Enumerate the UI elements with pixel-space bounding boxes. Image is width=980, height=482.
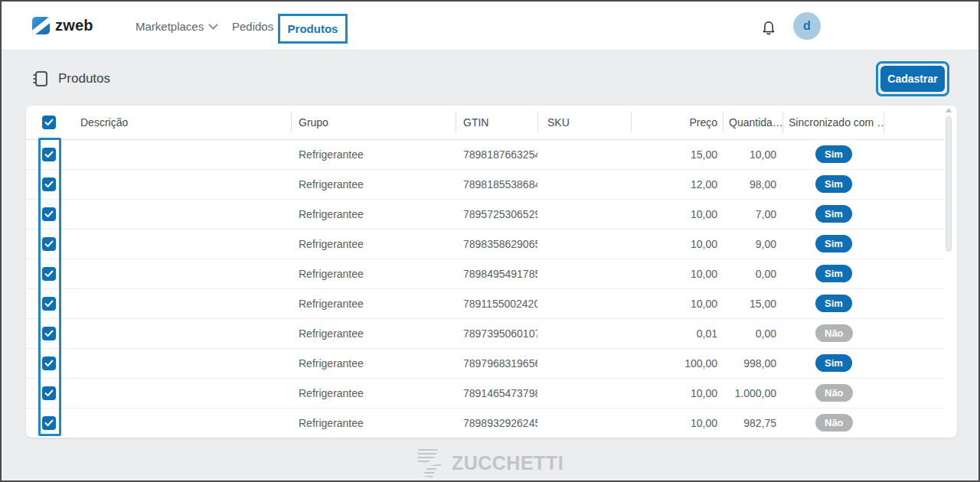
cell-sku <box>537 259 631 288</box>
cell-descricao <box>61 318 291 348</box>
catalog-icon <box>32 70 49 88</box>
cell-actions <box>884 348 945 378</box>
cell-preco: 10,00 <box>631 288 723 318</box>
row-checkbox[interactable] <box>42 327 56 340</box>
column-header-quantidade[interactable]: Quantida… <box>723 106 782 139</box>
scrollbar-up-arrow[interactable] <box>946 108 952 112</box>
nav-item-produtos[interactable]: Produtos <box>278 14 348 44</box>
cell-descricao <box>61 169 291 199</box>
cadastrar-button[interactable]: Cadastrar <box>880 66 945 92</box>
cell-descricao <box>61 348 291 378</box>
cell-actions <box>884 139 945 169</box>
column-header-grupo[interactable]: Grupo <box>291 106 456 139</box>
row-checkbox[interactable] <box>42 267 56 281</box>
cell-gtin: 7898358629065 <box>456 229 537 259</box>
cell-grupo: Refrigerantee <box>291 408 456 438</box>
row-checkbox[interactable] <box>42 148 56 161</box>
status-badge: Sim <box>815 265 852 282</box>
avatar-initial: d <box>803 19 811 33</box>
cell-gtin: 7897395060107 <box>456 318 537 348</box>
nav-item-produtos-label: Produtos <box>288 22 338 35</box>
table-row[interactable]: Refrigerantee 7898358629065 10,00 9,00 S… <box>26 229 945 259</box>
cell-sincronizado: Não <box>782 378 884 408</box>
status-badge: Sim <box>815 354 852 372</box>
table-row[interactable]: Refrigerantee 7898187663254 15,00 10,00 … <box>26 139 945 169</box>
table-row[interactable]: Refrigerantee 7897395060107 0,01 0,00 Nã… <box>26 318 945 348</box>
chevron-down-icon <box>208 20 218 30</box>
column-header-sincronizado[interactable]: Sincronizado com … <box>782 106 884 139</box>
cell-actions <box>884 408 945 438</box>
row-checkbox[interactable] <box>42 237 56 251</box>
cell-preco: 0,01 <box>631 318 723 348</box>
cell-grupo: Refrigerantee <box>291 259 456 288</box>
cell-preco: 10,00 <box>631 229 723 259</box>
cell-sku <box>537 348 631 378</box>
cell-quantidade: 98,00 <box>723 169 782 199</box>
row-checkbox[interactable] <box>42 177 56 191</box>
cell-sku <box>537 408 631 438</box>
row-checkbox[interactable] <box>42 207 56 221</box>
select-all-checkbox[interactable] <box>42 116 56 129</box>
cell-sku <box>537 378 631 408</box>
cell-preco: 15,00 <box>631 139 723 169</box>
cell-actions <box>884 259 945 288</box>
cell-descricao <box>61 288 291 318</box>
cell-actions <box>884 288 945 318</box>
avatar[interactable]: d <box>793 12 821 40</box>
cell-quantidade: 998,00 <box>723 348 782 378</box>
cell-gtin: 7897968319656 <box>456 348 537 378</box>
cell-gtin: 7891155002420 <box>456 288 537 318</box>
column-header-gtin[interactable]: GTIN <box>456 106 537 139</box>
cell-quantidade: 982,75 <box>723 408 782 438</box>
status-badge: Não <box>815 324 853 342</box>
cell-sincronizado: Não <box>782 408 884 438</box>
nav-item-pedidos-label: Pedidos <box>232 20 273 33</box>
status-badge: Sim <box>815 205 852 223</box>
cell-sincronizado: Sim <box>782 199 884 229</box>
footer: ZUCCHETTI <box>2 448 978 478</box>
zweb-logo-text: zweb <box>55 17 93 34</box>
table-row[interactable]: Refrigerantee 7891465473798 10,00 1.000,… <box>26 378 945 408</box>
app-window: zweb Marketplaces Pedidos Produtos d Pro… <box>0 0 980 482</box>
row-checkbox[interactable] <box>42 357 56 370</box>
cell-gtin: 7898932926245 <box>456 408 537 438</box>
cell-actions <box>884 229 945 259</box>
cell-grupo: Refrigerantee <box>291 139 456 169</box>
nav-item-pedidos[interactable]: Pedidos <box>232 2 273 50</box>
table-row[interactable]: Refrigerantee 7895725306529 10,00 7,00 S… <box>26 199 945 229</box>
table-row[interactable]: Refrigerantee 7891155002420 10,00 15,00 … <box>26 288 945 318</box>
page-title-label: Produtos <box>58 71 110 86</box>
column-header-sku[interactable]: SKU <box>537 106 631 139</box>
cell-sincronizado: Sim <box>782 139 884 169</box>
column-header-descricao[interactable]: Descrição <box>61 106 291 139</box>
cell-quantidade: 9,00 <box>723 229 782 259</box>
scrollbar-thumb[interactable] <box>946 116 952 252</box>
row-checkbox[interactable] <box>42 386 56 400</box>
cell-sku <box>537 288 631 318</box>
cadastrar-highlight: Cadastrar <box>876 61 949 96</box>
row-checkbox[interactable] <box>42 297 56 311</box>
status-badge: Sim <box>815 175 852 193</box>
row-checkbox[interactable] <box>42 416 56 430</box>
table-row[interactable]: Refrigerantee 7898495491785 10,00 0,00 S… <box>26 259 945 288</box>
cell-sincronizado: Sim <box>782 288 884 318</box>
nav-item-marketplaces[interactable]: Marketplaces <box>136 2 217 50</box>
cell-grupo: Refrigerantee <box>291 229 456 259</box>
bell-icon[interactable] <box>760 20 777 37</box>
zweb-logo-icon <box>32 17 50 34</box>
table-row[interactable]: Refrigerantee 7898185538684 12,00 98,00 … <box>26 169 945 199</box>
cell-preco: 10,00 <box>631 199 723 229</box>
cell-quantidade: 15,00 <box>723 288 782 318</box>
cell-actions <box>884 169 945 199</box>
cell-quantidade: 10,00 <box>723 139 782 169</box>
cell-preco: 10,00 <box>631 259 723 288</box>
cell-grupo: Refrigerantee <box>291 199 456 229</box>
status-badge: Sim <box>815 145 852 163</box>
zweb-logo[interactable]: zweb <box>32 17 93 34</box>
column-header-preco[interactable]: Preço <box>631 106 723 139</box>
page-title: Produtos <box>32 70 110 88</box>
cell-quantidade: 7,00 <box>723 199 782 229</box>
cell-sincronizado: Sim <box>782 348 884 378</box>
table-row[interactable]: Refrigerantee 7898932926245 10,00 982,75… <box>26 408 945 438</box>
table-row[interactable]: Refrigerantee 7897968319656 100,00 998,0… <box>26 348 945 378</box>
